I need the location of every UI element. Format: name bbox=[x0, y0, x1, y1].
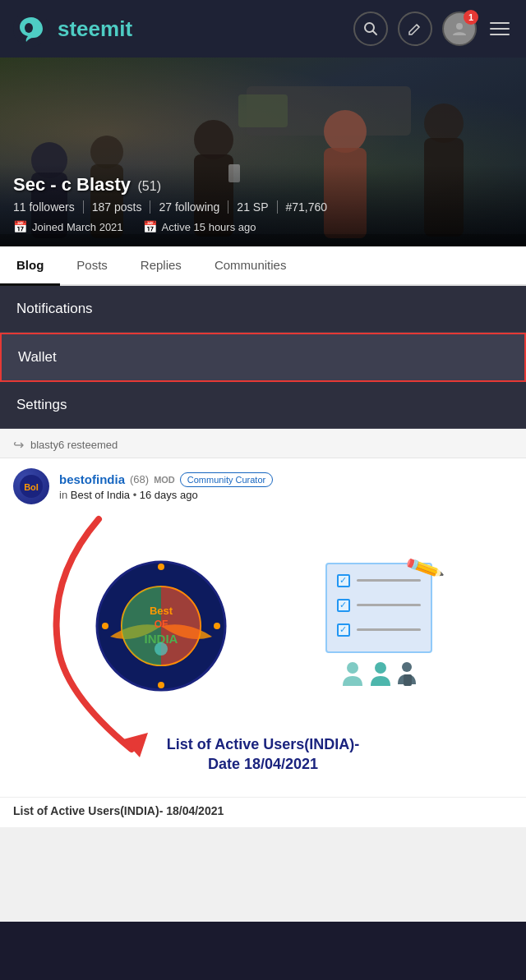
profile-name-line: Sec - c Blasty (51) bbox=[13, 174, 513, 196]
checkbox-2: ✓ bbox=[337, 599, 350, 612]
post-avatar-inner: BoI bbox=[13, 468, 49, 504]
svg-text:BoI: BoI bbox=[24, 482, 39, 492]
notifications-menu-item[interactable]: Notifications bbox=[0, 286, 526, 333]
settings-menu-item[interactable]: Settings bbox=[0, 382, 526, 429]
steemit-logo-icon bbox=[13, 11, 49, 47]
svg-line-3 bbox=[373, 31, 377, 35]
tab-replies[interactable]: Replies bbox=[124, 246, 198, 286]
post-image[interactable]: Best OF INDIA bbox=[33, 511, 493, 790]
boi-illustration: Best OF INDIA bbox=[33, 511, 493, 790]
mod-badge: MOD bbox=[154, 475, 175, 485]
svg-text:Best: Best bbox=[150, 605, 173, 617]
menu-line-1 bbox=[490, 22, 510, 24]
post-reputation: (68) bbox=[130, 473, 149, 485]
profile-meta: 📅 Joined March 2021 📅 Active 15 hours ag… bbox=[13, 220, 513, 233]
svg-point-30 bbox=[102, 623, 108, 629]
resteemed-icon: ↪ bbox=[13, 437, 24, 453]
logo-text: steemit bbox=[58, 16, 132, 42]
tabs-bar: Blog Posts Replies Communities bbox=[0, 246, 526, 286]
avatar-emblem: BoI bbox=[18, 473, 44, 499]
resteemed-text: blasty6 resteemed bbox=[30, 439, 118, 451]
profile-info: Sec - c Blasty (51) 11 followers 187 pos… bbox=[0, 164, 526, 246]
notification-badge: 1 bbox=[464, 10, 478, 25]
post-avatar[interactable]: BoI bbox=[13, 468, 49, 504]
header-actions: 1 bbox=[353, 12, 513, 46]
post-image-title: List of Active Users(INDIA)- Date 18/04/… bbox=[167, 729, 359, 777]
rank-stat: #71,760 bbox=[278, 200, 336, 214]
svg-rect-34 bbox=[404, 674, 412, 686]
svg-point-28 bbox=[214, 623, 220, 629]
check-line-3: ✓ bbox=[337, 623, 421, 637]
svg-point-27 bbox=[158, 564, 164, 570]
joined-meta: 📅 Joined March 2021 bbox=[13, 220, 123, 233]
following-stat[interactable]: 27 following bbox=[150, 200, 228, 214]
active-text: Active 15 hours ago bbox=[162, 221, 256, 233]
post-header: BoI bestofindia (68) MOD Community Curat… bbox=[0, 458, 526, 511]
search-icon bbox=[363, 21, 378, 36]
tab-blog[interactable]: Blog bbox=[0, 246, 60, 286]
profile-banner: Sec - c Blasty (51) 11 followers 187 pos… bbox=[0, 58, 526, 246]
boi-circle-logo: Best OF INDIA bbox=[94, 559, 229, 694]
search-button[interactable] bbox=[353, 12, 388, 46]
wallet-menu-item[interactable]: Wallet bbox=[0, 333, 526, 382]
resteemed-notice: ↪ blasty6 resteemed bbox=[0, 429, 526, 458]
checkbox-1: ✓ bbox=[337, 574, 350, 587]
post-time: 16 days ago bbox=[140, 489, 198, 501]
tab-posts[interactable]: Posts bbox=[60, 246, 124, 286]
people-icons bbox=[339, 661, 418, 691]
dropdown-menu: Notifications Wallet Settings bbox=[0, 286, 526, 429]
post-community-line: in Best of India • 16 days ago bbox=[59, 489, 513, 501]
checkbox-3: ✓ bbox=[337, 623, 350, 637]
svg-point-26 bbox=[155, 642, 168, 656]
feed-area: ↪ blasty6 resteemed BoI bestofindia (68)… bbox=[0, 429, 526, 922]
user-avatar-button[interactable]: 1 bbox=[442, 12, 477, 46]
svg-point-33 bbox=[402, 662, 412, 672]
post-image-container: Best OF INDIA bbox=[0, 511, 526, 797]
post-title-preview[interactable]: List of Active Users(INDIA)- 18/04/2021 bbox=[0, 797, 526, 827]
svg-point-1 bbox=[25, 23, 33, 33]
calendar-icon: 📅 bbox=[13, 220, 27, 233]
posts-stat[interactable]: 187 posts bbox=[84, 200, 151, 214]
svg-point-32 bbox=[375, 662, 386, 674]
edit-icon bbox=[408, 21, 422, 36]
hamburger-menu-button[interactable] bbox=[487, 19, 513, 39]
compose-button[interactable] bbox=[398, 12, 432, 46]
joined-text: Joined March 2021 bbox=[32, 221, 123, 233]
post-community-name[interactable]: Best of India bbox=[71, 489, 130, 501]
active-meta: 📅 Active 15 hours ago bbox=[143, 220, 256, 233]
sp-stat: 21 SP bbox=[228, 200, 277, 214]
svg-point-4 bbox=[456, 23, 463, 30]
person-icon-1 bbox=[339, 661, 366, 691]
app-header: steemit 1 bbox=[0, 0, 526, 58]
post-author-line: bestofindia (68) MOD Community Curator bbox=[59, 472, 513, 487]
svg-point-31 bbox=[347, 662, 358, 674]
profile-name: Sec - c Blasty bbox=[13, 174, 131, 195]
profile-reputation: (51) bbox=[138, 179, 161, 193]
post-author[interactable]: bestofindia bbox=[59, 472, 125, 486]
post-meta: bestofindia (68) MOD Community Curator i… bbox=[59, 472, 513, 501]
check-line-2: ✓ bbox=[337, 599, 421, 612]
profile-stats: 11 followers 187 posts 27 following 21 S… bbox=[13, 200, 513, 214]
person-icon-3 bbox=[395, 661, 418, 689]
followers-stat[interactable]: 11 followers bbox=[13, 200, 84, 214]
boi-top-row: Best OF INDIA bbox=[46, 524, 480, 729]
logo-area: steemit bbox=[13, 11, 353, 47]
menu-line-3 bbox=[490, 34, 510, 35]
menu-line-2 bbox=[490, 28, 510, 30]
tab-communities[interactable]: Communities bbox=[198, 246, 303, 286]
clock-icon: 📅 bbox=[143, 220, 157, 233]
svg-point-29 bbox=[158, 682, 164, 688]
post-card: BoI bestofindia (68) MOD Community Curat… bbox=[0, 458, 526, 827]
check-line-1: ✓ bbox=[337, 574, 421, 587]
community-curator-badge: Community Curator bbox=[180, 472, 273, 487]
svg-text:OF: OF bbox=[155, 619, 168, 630]
person-icon-2 bbox=[367, 661, 394, 691]
